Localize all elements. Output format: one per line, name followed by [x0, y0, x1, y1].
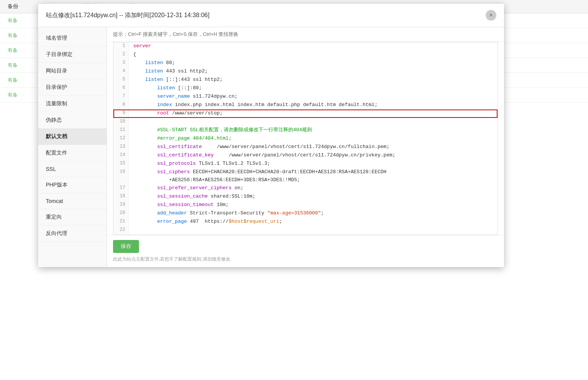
- sidebar-item-ssl[interactable]: SSL: [38, 161, 107, 177]
- code-line-8: 8 index index.php index.html index.htm d…: [113, 101, 498, 109]
- hint-bar: 提示：Ctrl+F 搜索关键字，Ctrl+S 保存，Ctrl+H 查找替换: [107, 27, 504, 42]
- code-line-17: 17 ssl_prefer_server_ciphers on;: [113, 184, 498, 193]
- col-backup: 备份: [8, 3, 18, 10]
- close-button[interactable]: ×: [486, 10, 496, 21]
- code-line-4: 4 listen 443 ssl http2;: [113, 68, 498, 76]
- sidebar-item-php[interactable]: PHP版本: [38, 177, 107, 193]
- code-line-20: 20 add_header Strict-Transport-Security …: [113, 209, 498, 218]
- sidebar-item-traffic[interactable]: 流量限制: [38, 96, 107, 112]
- code-editor[interactable]: 1 server 2 { 3 listen 80; 4 listen 443 s…: [113, 42, 498, 235]
- code-line-22: 22: [113, 226, 498, 235]
- footer-note: 此处为站点主配置文件,若您不了解配置规则,请勿随意修改.: [113, 256, 498, 262]
- modal-footer: 保存 此处为站点主配置文件,若您不了解配置规则,请勿随意修改.: [107, 235, 504, 267]
- code-line-5: 5 listen [::]:443 ssl http2;: [113, 76, 498, 84]
- sidebar-item-default-doc[interactable]: 默认文档: [38, 129, 107, 145]
- code-line-15: 15 ssl_protocols TLSv1.1 TLSv1.2 TLSv1.3…: [113, 160, 498, 168]
- code-line-16: 16 ssl_ciphers EECDH+CHACHA20:EECDH+CHAC…: [113, 168, 498, 184]
- code-line-14: 14 ssl_certificate_key /www/server/panel…: [113, 151, 498, 160]
- sidebar-item-dir-protect[interactable]: 目录保护: [38, 79, 107, 96]
- modal-sidebar: 域名管理 子目录绑定 网站目录 目录保护 流量限制 伪静态 默认文档 配置文件 …: [38, 27, 107, 267]
- sidebar-item-rewrite[interactable]: 伪静态: [38, 112, 107, 129]
- sidebar-item-webdir[interactable]: 网站目录: [38, 63, 107, 79]
- code-line-3: 3 listen 80;: [113, 59, 498, 68]
- code-line-19: 19 ssl_session_timeout 10m;: [113, 201, 498, 209]
- sidebar-item-subdir[interactable]: 子目录绑定: [38, 47, 107, 63]
- edit-modal: 站点修改[s11.724dpyw.cn] -- 添加时间[2020-12-31 …: [38, 4, 504, 267]
- modal-content: 提示：Ctrl+F 搜索关键字，Ctrl+S 保存，Ctrl+H 查找替换 1 …: [107, 27, 504, 267]
- code-line-21: 21 error_page 497 https://$host$request_…: [113, 218, 498, 226]
- code-line-7: 7 server_name s11.724dpyw.cn;: [113, 93, 498, 101]
- code-line-12: 12 #error_page 404/404.html;: [113, 135, 498, 143]
- code-line-9: 9 root /www/server/stop;: [113, 109, 498, 118]
- sidebar-item-tomcat[interactable]: Tomcat: [38, 193, 107, 209]
- code-line-13: 13 ssl_certificate /www/server/panel/vho…: [113, 143, 498, 151]
- sidebar-item-redirect[interactable]: 重定向: [38, 209, 107, 225]
- modal-header: 站点修改[s11.724dpyw.cn] -- 添加时间[2020-12-31 …: [38, 4, 504, 27]
- code-line-18: 18 ssl_session_cache shared:SSL:10m;: [113, 193, 498, 201]
- code-line-6: 6 listen [::]:80;: [113, 84, 498, 93]
- sidebar-item-config[interactable]: 配置文件: [38, 145, 107, 161]
- code-line-10: 10: [113, 118, 498, 126]
- modal-body: 域名管理 子目录绑定 网站目录 目录保护 流量限制 伪静态 默认文档 配置文件 …: [38, 27, 504, 267]
- sidebar-item-domain-mgmt[interactable]: 域名管理: [38, 30, 107, 47]
- modal-title: 站点修改[s11.724dpyw.cn] -- 添加时间[2020-12-31 …: [46, 11, 210, 19]
- sidebar-item-proxy[interactable]: 反向代理: [38, 225, 107, 242]
- code-line-2: 2 {: [113, 51, 498, 59]
- code-line-1: 1 server: [113, 42, 498, 51]
- code-line-11: 11 #SSL-START SSL相关配置，请勿删除或修改下一行带注释的404规…: [113, 126, 498, 135]
- save-button[interactable]: 保存: [113, 240, 139, 253]
